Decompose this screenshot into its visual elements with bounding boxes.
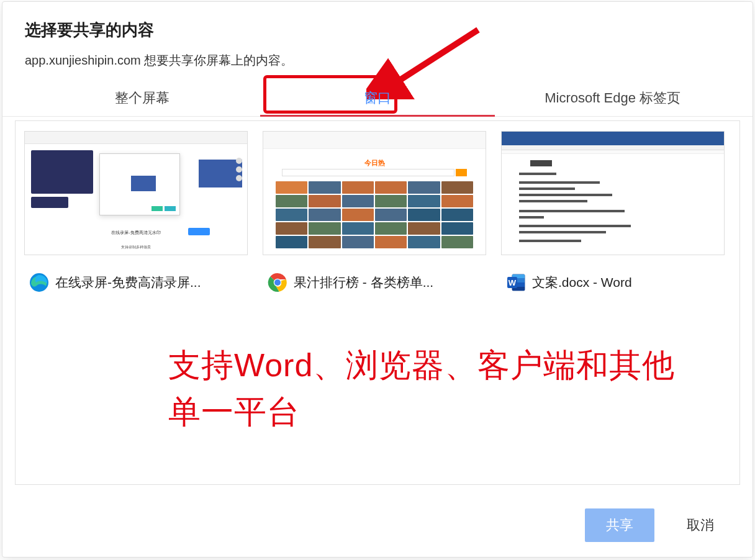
window-thumbnail [501, 131, 725, 255]
tab-entire-screen[interactable]: 整个屏幕 [25, 79, 260, 116]
window-label: W 文案.docx - Word [501, 273, 725, 292]
window-item-word[interactable]: W 文案.docx - Word [501, 131, 725, 292]
annotation-text: 支持Word、浏览器、客户端和其他单一平台 [168, 342, 690, 436]
share-button[interactable]: 共享 [585, 508, 654, 542]
dialog-header: 选择要共享的内容 app.xunjieshipin.com 想要共享你屏幕上的内… [2, 2, 753, 79]
tab-edge-tabs[interactable]: Microsoft Edge 标签页 [495, 79, 730, 116]
chrome-icon [268, 273, 287, 292]
window-item-edge[interactable]: 在线录屏-免费高清无水印 支持录制多种场景 在线录屏-免费高清录屏... [24, 131, 248, 292]
windows-content-area: 在线录屏-免费高清无水印 支持录制多种场景 在线录屏-免费高清录屏... [15, 120, 740, 485]
dialog-title: 选择要共享的内容 [25, 19, 730, 41]
dialog-footer: 共享 取消 [2, 497, 753, 557]
dialog-subtitle: app.xunjieshipin.com 想要共享你屏幕上的内容。 [25, 52, 730, 69]
svg-point-5 [274, 279, 281, 286]
cancel-button[interactable]: 取消 [666, 508, 735, 542]
edge-icon [29, 273, 49, 292]
window-name-text: 在线录屏-免费高清录屏... [55, 274, 201, 291]
window-thumbnail: 在线录屏-免费高清无水印 支持录制多种场景 [24, 131, 248, 255]
word-icon: W [506, 273, 526, 292]
svg-text:W: W [509, 278, 517, 287]
window-name-text: 文案.docx - Word [532, 274, 632, 291]
window-label: 果汁排行榜 - 各类榜单... [263, 273, 486, 292]
share-mode-tabs: 整个屏幕 窗口 Microsoft Edge 标签页 [2, 79, 753, 117]
window-name-text: 果汁排行榜 - 各类榜单... [294, 274, 433, 291]
share-content-dialog: 选择要共享的内容 app.xunjieshipin.com 想要共享你屏幕上的内… [2, 1, 753, 558]
tab-window[interactable]: 窗口 [260, 79, 495, 116]
window-item-chrome[interactable]: 今日热 果汁排行榜 - [263, 131, 486, 292]
window-thumbnail: 今日热 [263, 131, 486, 255]
window-label: 在线录屏-免费高清录屏... [24, 273, 248, 292]
windows-grid: 在线录屏-免费高清无水印 支持录制多种场景 在线录屏-免费高清录屏... [24, 131, 731, 292]
